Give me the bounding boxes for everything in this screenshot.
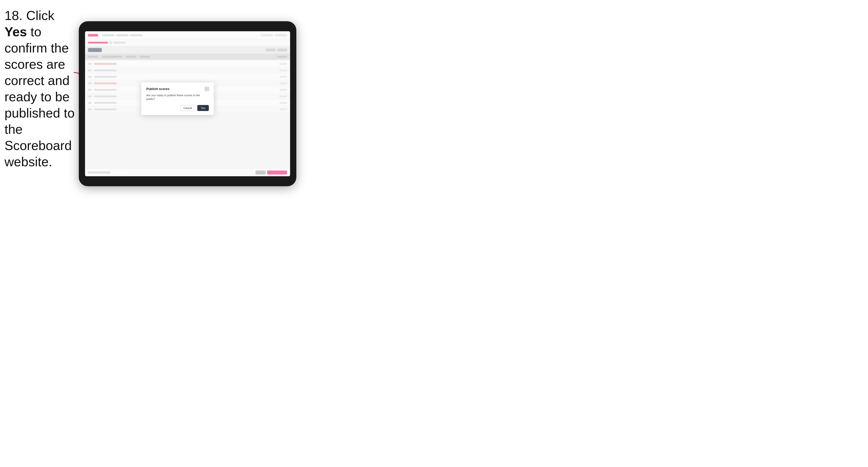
tablet-screen: Publish scores × Are you ready to publis… bbox=[85, 31, 290, 176]
dialog-close-button[interactable]: × bbox=[205, 87, 209, 91]
instruction-after-bold: to confirm the scores are correct and re… bbox=[4, 25, 74, 169]
tablet-device: Publish scores × Are you ready to publis… bbox=[79, 21, 296, 186]
cancel-button[interactable]: Cancel bbox=[180, 105, 195, 111]
yes-emphasis: Yes bbox=[4, 25, 27, 39]
step-number: 18. bbox=[4, 8, 23, 23]
instruction-before-bold: Click bbox=[26, 8, 55, 23]
publish-scores-dialog: Publish scores × Are you ready to publis… bbox=[141, 83, 214, 115]
dialog-footer: Cancel Yes bbox=[146, 105, 209, 111]
dialog-header: Publish scores × bbox=[146, 87, 209, 91]
instruction-text: 18. Click Yes to confirm the scores are … bbox=[4, 7, 77, 170]
dialog-body: Are you ready to publish these scores to… bbox=[146, 93, 209, 101]
yes-button[interactable]: Yes bbox=[197, 105, 209, 111]
dialog-title: Publish scores bbox=[146, 87, 169, 91]
modal-overlay: Publish scores × Are you ready to publis… bbox=[85, 31, 290, 176]
